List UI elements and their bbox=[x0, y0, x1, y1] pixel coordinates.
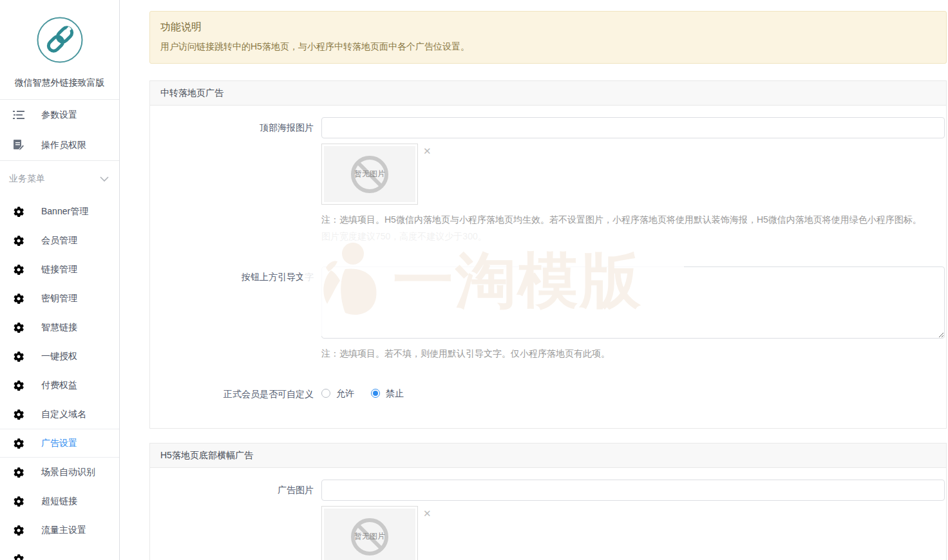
remove-image-icon[interactable] bbox=[423, 509, 431, 518]
sidebar-item-custom-domain[interactable]: 自定义域名 bbox=[0, 400, 119, 429]
sidebar-item-links[interactable]: 链接管理 bbox=[0, 255, 119, 284]
sidebar-item-operator[interactable]: 操作员权限 bbox=[0, 130, 119, 160]
sidebar-item-banner[interactable]: Banner管理 bbox=[0, 197, 119, 226]
gear-icon bbox=[13, 351, 24, 362]
guide-text-textarea[interactable] bbox=[321, 266, 945, 339]
card-title: H5落地页底部横幅广告 bbox=[150, 443, 946, 468]
sidebar-item-partial[interactable] bbox=[0, 545, 119, 560]
sidebar-business-menu: Banner管理 会员管理 链接管理 密钥管理 智慧链接 一键授权 bbox=[0, 197, 119, 560]
sidebar-item-one-key-auth[interactable]: 一键授权 bbox=[0, 342, 119, 371]
list-icon bbox=[13, 110, 24, 120]
chevron-down-icon bbox=[100, 174, 109, 184]
gear-icon bbox=[13, 467, 24, 478]
poster-note-2: 图片宽度建议750，高度不建议少于300。 bbox=[321, 228, 945, 245]
poster-image-input[interactable] bbox=[321, 117, 945, 138]
radio-forbid[interactable]: 禁止 bbox=[371, 387, 404, 400]
gear-icon bbox=[13, 525, 24, 536]
gear-icon bbox=[13, 265, 24, 275]
gear-icon bbox=[13, 236, 24, 246]
gear-icon bbox=[13, 409, 24, 420]
poster-image-preview: 暂无图片 bbox=[321, 144, 418, 205]
sidebar-item-label: 操作员权限 bbox=[41, 140, 86, 151]
sidebar: 微信智慧外链接致富版 参数设置 bbox=[0, 0, 120, 560]
notice-title: 功能说明 bbox=[160, 21, 936, 34]
document-edit-icon bbox=[13, 140, 24, 151]
radio-circle-icon bbox=[371, 389, 380, 398]
ad-image-input[interactable] bbox=[321, 480, 945, 501]
poster-note-1: 注：选填项目。H5微信内落地页与小程序落地页均生效。若不设置图片，小程序落地页将… bbox=[321, 211, 945, 228]
sidebar-item-params[interactable]: 参数设置 bbox=[0, 100, 119, 130]
gear-icon bbox=[13, 380, 24, 391]
remove-image-icon[interactable] bbox=[423, 146, 431, 156]
card-title: 中转落地页广告 bbox=[150, 81, 946, 106]
sidebar-item-keys[interactable]: 密钥管理 bbox=[0, 284, 119, 313]
ad-image-label: 广告图片 bbox=[150, 480, 321, 496]
no-image-text: 暂无图片 bbox=[354, 531, 385, 542]
radio-circle-icon bbox=[321, 389, 330, 398]
sidebar-item-label: 参数设置 bbox=[41, 109, 77, 121]
sidebar-item-scene-auto-detect[interactable]: 场景自动识别 bbox=[0, 458, 119, 487]
ad-image-preview: 暂无图片 bbox=[321, 506, 418, 560]
sidebar-section-label: 业务菜单 bbox=[9, 173, 45, 185]
gear-icon bbox=[13, 322, 24, 333]
gear-icon bbox=[13, 294, 24, 304]
main-content: 功能说明 用户访问链接跳转中的H5落地页，与小程序中转落地页面中各个广告位设置。… bbox=[120, 0, 948, 560]
sidebar-item-ad-settings[interactable]: 广告设置 bbox=[0, 429, 119, 458]
brand-title: 微信智慧外链接致富版 bbox=[0, 77, 119, 89]
sidebar-item-members[interactable]: 会员管理 bbox=[0, 226, 119, 255]
sidebar-top-nav: 参数设置 操作员权限 bbox=[0, 100, 119, 161]
brand: 微信智慧外链接致富版 bbox=[0, 0, 119, 100]
sidebar-item-paid-rights[interactable]: 付费权益 bbox=[0, 371, 119, 400]
chain-link-logo-icon bbox=[36, 16, 84, 64]
notice-box: 功能说明 用户访问链接跳转中的H5落地页，与小程序中转落地页面中各个广告位设置。 bbox=[149, 11, 947, 64]
card-transfer-landing-ads: 中转落地页广告 顶部海报图片 暂无图片 bbox=[149, 80, 947, 429]
gear-icon bbox=[13, 438, 24, 449]
card-h5-bottom-banner-ad: H5落地页底部横幅广告 广告图片 暂无图片 bbox=[149, 443, 947, 560]
member-customizable-label: 正式会员是否可自定义 bbox=[150, 387, 321, 400]
sidebar-item-smart-links[interactable]: 智慧链接 bbox=[0, 313, 119, 342]
sidebar-section-business[interactable]: 业务菜单 bbox=[0, 161, 119, 197]
gear-icon bbox=[13, 207, 24, 217]
no-image-text: 暂无图片 bbox=[354, 169, 385, 180]
gear-icon bbox=[13, 554, 24, 560]
sidebar-item-traffic-owner[interactable]: 流量主设置 bbox=[0, 516, 119, 545]
gear-icon bbox=[13, 496, 24, 507]
notice-body: 用户访问链接跳转中的H5落地页，与小程序中转落地页面中各个广告位设置。 bbox=[160, 41, 936, 53]
sidebar-item-short-links[interactable]: 超短链接 bbox=[0, 487, 119, 516]
radio-allow[interactable]: 允许 bbox=[321, 387, 354, 400]
guide-text-label: 按钮上方引导文字 bbox=[150, 266, 321, 283]
poster-image-label: 顶部海报图片 bbox=[150, 117, 321, 134]
guide-note: 注：选填项目。若不填，则使用默认引导文字。仅小程序落地页有此项。 bbox=[321, 348, 945, 360]
member-customizable-radio-group: 允许 禁止 bbox=[321, 387, 945, 400]
